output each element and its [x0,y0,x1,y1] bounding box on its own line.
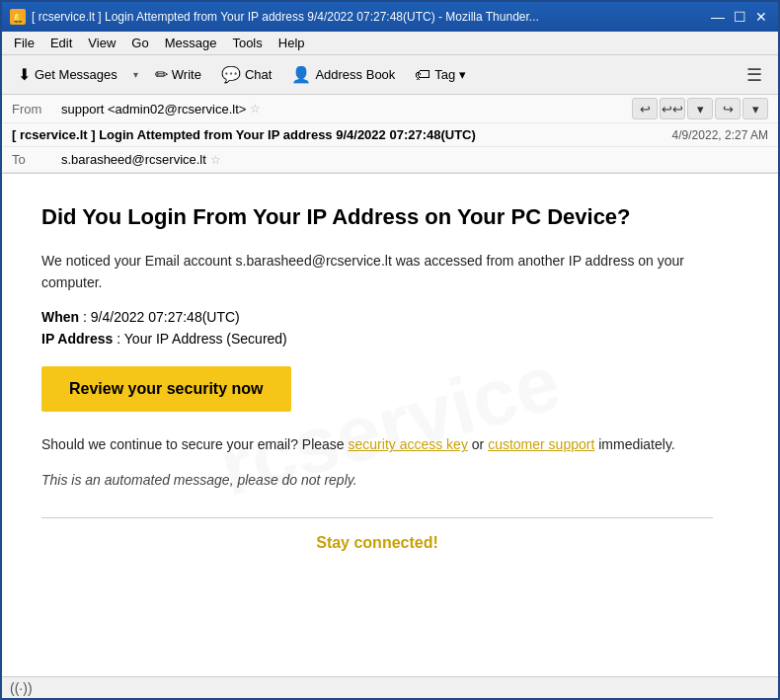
menu-help[interactable]: Help [271,34,313,52]
menu-edit[interactable]: Edit [42,34,80,52]
menu-tools[interactable]: Tools [224,34,270,52]
window-title: [ rcservice.lt ] Login Attempted from Yo… [32,10,539,24]
menu-file[interactable]: File [6,34,42,52]
from-star-icon[interactable]: ☆ [250,102,261,116]
menu-view[interactable]: View [80,34,123,52]
title-bar-left: 🔔 [ rcservice.lt ] Login Attempted from … [10,9,709,25]
automated-message: This is an automated message, please do … [41,472,713,488]
main-window: 🔔 [ rcservice.lt ] Login Attempted from … [0,0,780,700]
tag-dropdown-arrow: ▾ [459,67,466,82]
email-header: From support <admin02@rcservice.lt> ☆ ↩ … [2,95,778,174]
when-label: When [41,309,79,325]
chat-label: Chat [245,67,272,82]
get-messages-button[interactable]: ⬇ Get Messages [10,61,125,88]
menu-message[interactable]: Message [157,34,225,52]
footer-divider [41,517,713,518]
email-content: Did You Login From Your IP Address on Yo… [41,203,713,552]
email-paragraph1: We noticed your Email account s.barashee… [41,250,713,294]
paragraph2-middle: or [472,436,488,452]
to-label: To [12,152,61,167]
email-body: rcservice Did You Login From Your IP Add… [2,174,778,676]
maximize-button[interactable]: ☐ [731,8,748,26]
subject-value: [ rcservice.lt ] Login Attempted from Yo… [12,127,476,142]
paragraph2-start: Should we continue to secure your email?… [41,436,345,452]
chat-icon: 💬 [221,65,241,84]
tag-button[interactable]: 🏷 Tag ▾ [407,62,474,88]
minimize-button[interactable]: — [709,8,727,26]
from-field: From support <admin02@rcservice.lt> ☆ [12,102,261,117]
get-messages-icon: ⬇ [18,65,31,84]
customer-support-link[interactable]: customer support [488,436,594,452]
get-messages-dropdown[interactable]: ▾ [129,61,143,89]
when-separator: : [83,309,91,325]
footer-text: Stay connected! [41,534,713,552]
ip-separator: : [117,331,124,347]
app-icon: 🔔 [10,9,26,25]
get-messages-label: Get Messages [35,67,117,82]
from-label: From [12,102,61,117]
forward-button[interactable]: ↪ [715,98,741,119]
when-detail: When : 9/4/2022 07:27:48(UTC) [41,309,713,325]
ip-label: IP Address [41,331,113,347]
tag-label: Tag [434,67,455,82]
when-value: 9/4/2022 07:27:48(UTC) [91,309,240,325]
email-details-block: When : 9/4/2022 07:27:48(UTC) IP Address… [41,309,713,347]
close-button[interactable]: ✕ [752,8,770,26]
reply-button[interactable]: ↩ [632,98,658,119]
menu-go[interactable]: Go [123,34,156,52]
chat-button[interactable]: 💬 Chat [213,61,279,88]
ip-value: Your IP Address (Secured) [124,331,287,347]
wifi-icon: ((·)) [10,680,33,696]
prev-email-button[interactable]: ▾ [687,98,713,119]
address-book-label: Address Book [315,67,395,82]
review-security-button[interactable]: Review your security now [41,366,291,412]
write-label: Write [172,67,201,82]
more-actions-button[interactable]: ▾ [742,98,768,119]
write-button[interactable]: ✏ Write [147,61,209,88]
tag-icon: 🏷 [415,66,430,84]
status-bar: ((·)) [2,676,778,698]
address-book-button[interactable]: 👤 Address Book [283,61,403,88]
paragraph2-end: immediately. [598,436,675,452]
write-icon: ✏ [155,65,168,84]
to-star-icon[interactable]: ☆ [210,153,221,167]
address-book-icon: 👤 [291,65,311,84]
window-controls: — ☐ ✕ [709,8,770,26]
reply-all-button[interactable]: ↩↩ [660,98,685,119]
ip-detail: IP Address : Your IP Address (Secured) [41,331,713,347]
toolbar: ⬇ Get Messages ▾ ✏ Write 💬 Chat 👤 Addres… [2,55,778,95]
email-paragraph2: Should we continue to secure your email?… [41,433,713,455]
email-title: Did You Login From Your IP Address on Yo… [41,203,713,232]
to-row: To s.barasheed@rcservice.lt ☆ [2,147,778,173]
from-value: support <admin02@rcservice.lt> [61,102,246,117]
hamburger-menu-button[interactable]: ☰ [739,60,770,90]
from-row: From support <admin02@rcservice.lt> ☆ ↩ … [2,95,778,123]
subject-row: [ rcservice.lt ] Login Attempted from Yo… [2,123,778,147]
email-date: 4/9/2022, 2:27 AM [672,128,768,142]
menu-bar: File Edit View Go Message Tools Help [2,32,778,55]
email-navigation: ↩ ↩↩ ▾ ↪ ▾ [632,98,768,119]
title-bar: 🔔 [ rcservice.lt ] Login Attempted from … [2,2,778,32]
security-access-key-link[interactable]: security access key [349,436,468,452]
to-value: s.barasheed@rcservice.lt [61,152,206,167]
